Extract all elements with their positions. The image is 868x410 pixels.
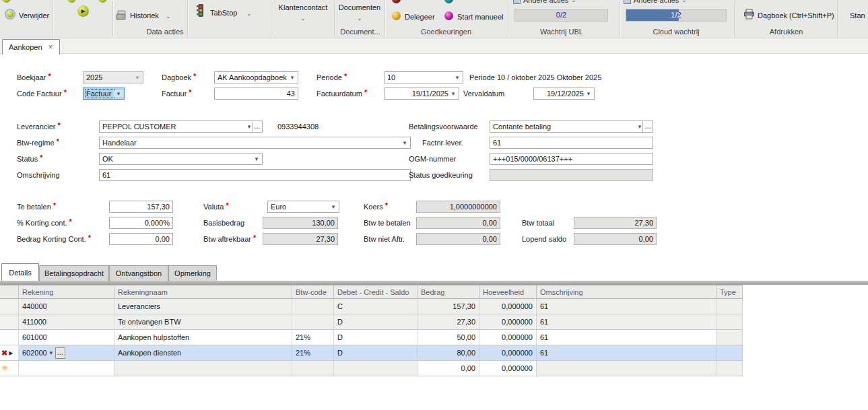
chevron-down-icon[interactable]: ⌄ bbox=[246, 10, 252, 17]
cell-bedrag[interactable]: 0,00 bbox=[418, 361, 479, 376]
cell-hoeveelheid[interactable]: 0,000000 bbox=[479, 314, 537, 330]
play-button[interactable]: ▶ bbox=[77, 5, 89, 17]
chevron-down-icon[interactable]: ▾ bbox=[114, 90, 123, 97]
factuur-input[interactable]: 43 bbox=[214, 88, 298, 100]
cell-btw-code[interactable]: 21% bbox=[292, 330, 334, 345]
tab-ontvangstbon[interactable]: Ontvangstbon bbox=[109, 265, 168, 281]
cell-dcs[interactable]: D bbox=[334, 330, 418, 345]
grid-header-btw-code[interactable]: Btw-code bbox=[292, 285, 334, 299]
grid-header-hoeveelheid[interactable]: Hoeveelheid bbox=[479, 285, 537, 299]
grid-header-bedrag[interactable]: Bedrag bbox=[418, 285, 479, 299]
cell-rekening[interactable]: 411000 bbox=[19, 314, 114, 330]
rekening-editor[interactable]: 602000 ▾ … bbox=[19, 345, 114, 361]
cell-rekening[interactable] bbox=[19, 361, 114, 376]
grid-header-rekening[interactable]: Rekening bbox=[19, 285, 114, 299]
delete-row-icon[interactable]: ✖ bbox=[1, 349, 7, 357]
cell-omschrijving[interactable]: 61 bbox=[537, 330, 716, 345]
cell-type[interactable] bbox=[716, 345, 743, 361]
cell-btw-code[interactable] bbox=[292, 361, 334, 376]
clipped-toolbar-icon[interactable] bbox=[98, 0, 107, 3]
tab-betalingsopdracht[interactable]: Betalingsopdracht bbox=[39, 265, 109, 281]
klantencontact-button[interactable]: Klantencontact ⌄ bbox=[274, 3, 332, 23]
cell-type[interactable] bbox=[716, 330, 743, 345]
cell-hoeveelheid[interactable]: 0,000000 bbox=[479, 361, 537, 376]
cell-dcs[interactable] bbox=[334, 361, 418, 376]
cell-hoeveelheid[interactable]: 0,000000 bbox=[479, 345, 537, 361]
factnr-lever-input[interactable]: 61 bbox=[490, 137, 653, 149]
cell-rekening[interactable]: 440000 bbox=[19, 299, 114, 314]
clipped-toolbar-icon[interactable] bbox=[2, 0, 11, 3]
cell-bedrag[interactable]: 157,30 bbox=[418, 299, 479, 314]
te-betalen-input[interactable]: 157,30 bbox=[109, 201, 173, 213]
omschrijving-input[interactable]: 61 bbox=[99, 169, 411, 181]
status-select[interactable]: OK▾ bbox=[99, 153, 263, 165]
cell-btw-code[interactable] bbox=[292, 299, 334, 314]
lookup-button[interactable]: … bbox=[55, 347, 65, 359]
chevron-down-icon[interactable]: ▾ bbox=[47, 349, 55, 356]
cell-bedrag[interactable]: 50,00 bbox=[418, 330, 479, 345]
tab-opmerking[interactable]: Opmerking bbox=[168, 265, 217, 281]
boekjaar-select[interactable]: 2025▾ bbox=[83, 71, 143, 83]
cell-rekeningnaam[interactable]: Leveranciers bbox=[114, 299, 292, 314]
btw-regime-select[interactable]: Handelaar▾ bbox=[99, 137, 411, 149]
chevron-down-icon[interactable]: ▾ bbox=[448, 90, 458, 97]
standaard-button-clipped[interactable]: Stan bbox=[850, 11, 865, 20]
cell-rekeningnaam[interactable]: Te ontvangen BTW bbox=[114, 314, 292, 330]
ogm-nummer-input[interactable]: +++015/0000/06137+++ bbox=[490, 153, 653, 165]
cell-omschrijving[interactable] bbox=[537, 361, 716, 376]
start-manueel-button[interactable]: Start manueel bbox=[457, 13, 503, 21]
cell-rekeningnaam[interactable]: Aankopen hulpstoffen bbox=[114, 330, 292, 345]
code-factuur-select[interactable]: Factuur▾ bbox=[83, 88, 125, 100]
clipped-toolbar-icon[interactable] bbox=[67, 0, 76, 3]
grid-header-rekeningnaam[interactable]: Rekeningnaam bbox=[114, 285, 292, 299]
factuurdatum-picker[interactable]: 19/11/2025▾ bbox=[384, 88, 459, 100]
chevron-down-icon[interactable]: ▾ bbox=[252, 156, 261, 162]
chevron-down-icon[interactable]: ▾ bbox=[400, 139, 409, 146]
historiek-button[interactable]: Historiek bbox=[130, 11, 159, 20]
betalingsvoorwaarde-select[interactable]: Contante betaling▾… bbox=[490, 121, 653, 133]
chevron-down-icon[interactable]: ▾ bbox=[329, 203, 338, 210]
tab-details[interactable]: Details bbox=[1, 263, 39, 281]
cell-hoeveelheid[interactable]: 0,000000 bbox=[479, 299, 537, 314]
delegeer-button[interactable]: Delegeer bbox=[405, 13, 435, 21]
cell-rekeningnaam[interactable]: Aankopen diensten bbox=[114, 345, 292, 361]
vervaldatum-picker[interactable]: 19/12/2025▾ bbox=[533, 88, 595, 100]
korting-pct-input[interactable]: 0,000% bbox=[109, 217, 173, 229]
cell-rekeningnaam[interactable] bbox=[114, 361, 292, 376]
cell-dcs[interactable]: D bbox=[334, 314, 418, 330]
andere-acties-button[interactable]: Andere acties ⌄ bbox=[624, 0, 687, 4]
grid-header-debet-credit-saldo[interactable]: Debet - Credit - Saldo bbox=[334, 285, 418, 299]
cell-rekening[interactable]: 601000 bbox=[19, 330, 114, 345]
chevron-down-icon[interactable]: ▾ bbox=[288, 74, 297, 81]
close-icon[interactable]: × bbox=[48, 44, 53, 50]
documenten-button[interactable]: Documenten ⌄ bbox=[336, 3, 383, 23]
andere-acties-button[interactable]: Andere acties ⌄ bbox=[513, 0, 576, 4]
chevron-down-icon[interactable]: ▾ bbox=[584, 90, 593, 97]
cell-dcs[interactable]: D bbox=[334, 345, 418, 361]
cell-bedrag[interactable]: 80,00 bbox=[418, 345, 479, 361]
valuta-select[interactable]: Euro▾ bbox=[267, 201, 339, 213]
cell-hoeveelheid[interactable]: 0,000000 bbox=[479, 330, 537, 345]
cell-bedrag[interactable]: 27,30 bbox=[418, 314, 479, 330]
dagboek-select[interactable]: AK Aankoopdagboek▾ bbox=[214, 71, 298, 83]
cell-btw-code[interactable]: 21% bbox=[292, 345, 334, 361]
cell-type[interactable] bbox=[716, 314, 743, 330]
cell-omschrijving[interactable]: 61 bbox=[537, 299, 716, 314]
clipped-approve-icon[interactable] bbox=[444, 0, 453, 3]
cell-type[interactable] bbox=[716, 299, 743, 314]
chevron-down-icon[interactable]: ⌄ bbox=[166, 13, 171, 20]
cell-dcs[interactable]: C bbox=[334, 299, 418, 314]
leverancier-select[interactable]: PEPPOL CUSTOMER▾… bbox=[99, 121, 263, 133]
cell-omschrijving[interactable]: 61 bbox=[537, 314, 716, 330]
lookup-button[interactable]: … bbox=[642, 121, 653, 132]
periode-select[interactable]: 10▾ bbox=[384, 71, 463, 83]
tab-aankopen[interactable]: Aankopen × bbox=[2, 39, 60, 55]
clipped-reject-icon[interactable] bbox=[392, 0, 401, 3]
cell-btw-code[interactable] bbox=[292, 314, 334, 330]
cell-type[interactable] bbox=[716, 361, 743, 376]
cell-omschrijving[interactable]: 61 bbox=[537, 345, 716, 361]
korting-bedrag-input[interactable]: 0,00 bbox=[109, 233, 173, 245]
lookup-button[interactable]: … bbox=[252, 121, 262, 132]
chevron-down-icon[interactable]: ▾ bbox=[453, 74, 462, 81]
grid-header-type[interactable]: Type bbox=[716, 285, 743, 299]
